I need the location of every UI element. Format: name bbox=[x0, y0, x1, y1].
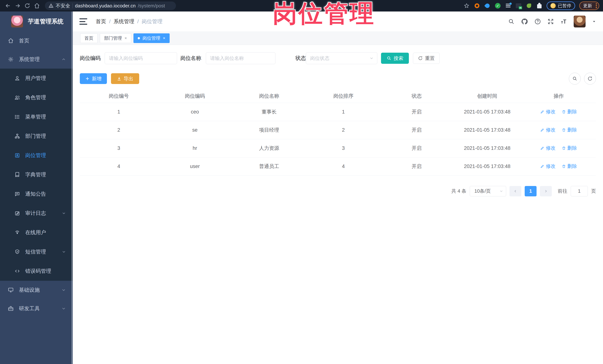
post-code-label: 岗位编码 bbox=[80, 55, 101, 62]
browser-update-button[interactable]: 更新 bbox=[579, 1, 599, 10]
edit-link[interactable]: 修改 bbox=[540, 109, 556, 115]
sidebar-item-devtools[interactable]: 研发工具 bbox=[0, 299, 73, 318]
browser-forward-button[interactable] bbox=[13, 1, 22, 10]
search-button[interactable]: 搜索 bbox=[381, 53, 409, 64]
search-icon[interactable] bbox=[508, 18, 515, 25]
sidebar-item-label: 研发工具 bbox=[19, 305, 56, 312]
user-avatar[interactable] bbox=[574, 16, 586, 27]
page-unit-label: 页 bbox=[591, 188, 596, 194]
add-button[interactable]: 新增 bbox=[80, 73, 107, 84]
delete-link[interactable]: 删除 bbox=[562, 163, 577, 169]
sidebar-item-auditlog[interactable]: 审计日志 bbox=[0, 204, 73, 223]
sidebar-item-label: 基础设施 bbox=[19, 287, 56, 294]
m-card-icon: m bbox=[516, 3, 521, 8]
toggle-search-button[interactable] bbox=[569, 73, 581, 85]
pencil-icon bbox=[540, 164, 544, 168]
delete-link[interactable]: 删除 bbox=[562, 145, 577, 151]
reset-button[interactable]: 重置 bbox=[413, 53, 440, 64]
sidebar-item-posts[interactable]: 岗位管理 bbox=[0, 146, 73, 165]
edit-link[interactable]: 修改 bbox=[540, 145, 556, 151]
browser-reload-button[interactable] bbox=[23, 1, 32, 10]
sidebar-item-sms[interactable]: 短信管理 bbox=[0, 242, 73, 262]
bookmark-star-button[interactable] bbox=[464, 3, 470, 9]
delete-link[interactable]: 删除 bbox=[562, 109, 577, 115]
goto-page-input[interactable] bbox=[571, 186, 588, 196]
tab-label: 岗位管理 bbox=[142, 35, 160, 41]
paused-label: 已暂停 bbox=[558, 3, 571, 9]
post-name-input[interactable] bbox=[206, 52, 275, 64]
code-icon bbox=[14, 268, 20, 274]
edit-link[interactable]: 修改 bbox=[540, 163, 556, 169]
app-navbar: 首页 / 系统管理 / 岗位管理 bbox=[73, 11, 603, 32]
breadcrumb-system[interactable]: 系统管理 bbox=[114, 18, 134, 25]
tab-home[interactable]: 首页 bbox=[80, 33, 98, 43]
sidebar-item-dicts[interactable]: 字典管理 bbox=[0, 165, 73, 184]
refresh-table-button[interactable] bbox=[584, 73, 596, 85]
col-header-code: 岗位编码 bbox=[158, 89, 232, 103]
sidebar-item-system[interactable]: 系统管理 bbox=[0, 50, 73, 69]
pencil-icon bbox=[540, 146, 544, 150]
edit-link[interactable]: 修改 bbox=[540, 127, 556, 133]
breadcrumb-home[interactable]: 首页 bbox=[96, 18, 106, 25]
sidebar-item-users[interactable]: 用户管理 bbox=[0, 69, 73, 88]
delete-link[interactable]: 删除 bbox=[562, 127, 577, 133]
green-check-icon: ✓ bbox=[495, 3, 500, 9]
sidebar-item-label: 首页 bbox=[19, 37, 66, 44]
sidebar-item-online-users[interactable]: 在线用户 bbox=[0, 223, 73, 242]
extension-green[interactable] bbox=[526, 3, 532, 9]
browser-home-button[interactable] bbox=[33, 1, 41, 10]
chevron-up-icon bbox=[61, 57, 66, 62]
status-select[interactable]: 岗位状态 bbox=[306, 52, 377, 64]
address-bar[interactable]: 不安全 dashboard.yudao.iocoder.cn/system/po… bbox=[45, 1, 176, 10]
extensions-menu-button[interactable] bbox=[536, 3, 543, 9]
app-logo-row[interactable]: 芋道管理系统 bbox=[0, 11, 73, 32]
sidebar-item-roles[interactable]: 角色管理 bbox=[0, 88, 73, 107]
github-icon[interactable] bbox=[521, 18, 528, 25]
sidebar-item-notices[interactable]: 通知公告 bbox=[0, 184, 73, 204]
tab-dept[interactable]: 部门管理 × bbox=[100, 33, 131, 43]
page-number-1[interactable]: 1 bbox=[525, 186, 536, 196]
page-content: 岗位编码 岗位名称 状态 岗位状态 搜索 重置 bbox=[73, 45, 603, 364]
page-size-select[interactable]: 10条/页 bbox=[470, 186, 506, 196]
font-size-icon[interactable] bbox=[560, 18, 567, 25]
status-label: 状态 bbox=[295, 55, 306, 62]
reset-button-label: 重置 bbox=[425, 55, 435, 62]
sidebar-item-infra[interactable]: 基础设施 bbox=[0, 281, 73, 299]
paused-profile-badge[interactable]: 已暂停 bbox=[546, 1, 575, 10]
post-name-label: 岗位名称 bbox=[180, 55, 201, 62]
security-label: 不安全 bbox=[56, 3, 70, 9]
next-page-button[interactable] bbox=[540, 186, 552, 196]
cell-code: se bbox=[158, 121, 232, 139]
breadcrumb-separator: / bbox=[137, 19, 139, 24]
browser-back-button[interactable] bbox=[4, 1, 12, 10]
extension-check[interactable]: ✓ bbox=[495, 3, 501, 9]
extension-pin[interactable] bbox=[484, 3, 490, 9]
table-row: 2 se 项目经理 2 开启 2021-01-05 17:03:48 修改 删除 bbox=[80, 121, 596, 139]
tab-close-icon[interactable]: × bbox=[163, 36, 165, 40]
extension-orange[interactable] bbox=[474, 3, 480, 9]
sidebar-item-depts[interactable]: 部门管理 bbox=[0, 126, 73, 146]
system-submenu: 用户管理 角色管理 菜单管理 部门管理 岗位管理 字典管理 bbox=[0, 69, 73, 281]
sidebar-item-home[interactable]: 首页 bbox=[0, 32, 73, 50]
browser-menu-icon[interactable] bbox=[596, 3, 597, 8]
sidebar-item-menus[interactable]: 菜单管理 bbox=[0, 107, 73, 126]
fullscreen-icon[interactable] bbox=[547, 18, 554, 25]
col-header-id: 岗位编号 bbox=[80, 89, 158, 103]
extension-tabs[interactable] bbox=[505, 3, 511, 9]
shield-check-icon bbox=[14, 249, 20, 254]
sidebar-collapse-button[interactable] bbox=[80, 18, 88, 25]
search-form: 岗位编码 岗位名称 状态 岗位状态 搜索 重置 bbox=[80, 52, 596, 64]
sidebar-item-label: 部门管理 bbox=[25, 132, 66, 140]
help-icon[interactable] bbox=[534, 18, 541, 25]
tab-post[interactable]: 岗位管理 × bbox=[133, 33, 170, 43]
sidebar: 芋道管理系统 首页 系统管理 用户管理 角色管理 菜单管理 bbox=[0, 11, 73, 364]
post-code-input[interactable] bbox=[105, 52, 177, 64]
avatar-caret-icon[interactable] bbox=[592, 19, 596, 24]
export-button[interactable]: 导出 bbox=[111, 73, 139, 84]
tab-close-icon[interactable]: × bbox=[125, 36, 127, 40]
sidebar-item-label: 角色管理 bbox=[25, 94, 66, 101]
extension-m[interactable]: m bbox=[515, 3, 522, 9]
sidebar-item-errorcodes[interactable]: 错误码管理 bbox=[0, 262, 73, 281]
chevron-down-icon bbox=[369, 56, 374, 60]
prev-page-button[interactable] bbox=[510, 186, 521, 196]
